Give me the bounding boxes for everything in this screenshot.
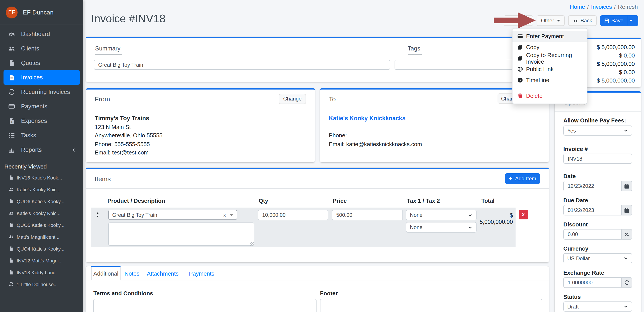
col-tax: Tax 1 / Tax 2 — [407, 197, 440, 204]
menu-item-enter-payment[interactable]: Enter Payment — [512, 31, 587, 42]
recent-item[interactable]: 1 Little Dollhouse... — [0, 278, 83, 290]
menu-item-delete[interactable]: Delete — [512, 90, 587, 101]
col-total: Total — [481, 197, 494, 204]
calendar-icon[interactable] — [622, 181, 632, 191]
dashboard-icon — [7, 31, 16, 37]
save-button[interactable]: Save — [600, 15, 638, 26]
summary-card: Summary Tags — [86, 37, 549, 82]
sidebar-item-label: Clients — [21, 45, 39, 52]
tasks-icon — [7, 132, 16, 139]
discount-input[interactable] — [563, 229, 622, 240]
due-date-label: Due Date — [563, 197, 638, 204]
sidebar-item-label: Quotes — [21, 60, 40, 66]
delete-item-button[interactable]: X — [518, 210, 528, 219]
sidebar-item-expenses[interactable]: Expenses — [4, 114, 80, 128]
tab-attachments[interactable]: Attachments — [147, 266, 179, 280]
exchange-rate-label: Exchange Rate — [563, 269, 638, 276]
breadcrumb-invoices-link[interactable]: Invoices — [591, 4, 612, 10]
clients-icon — [8, 187, 14, 192]
menu-item-copy[interactable]: Copy — [512, 42, 587, 53]
clock-icon — [517, 77, 523, 83]
menu-item-timeline[interactable]: TimeLine — [512, 75, 587, 86]
change-from-button[interactable]: Change — [279, 94, 306, 104]
clear-selection-icon[interactable]: x — [223, 212, 226, 217]
save-dropdown-toggle[interactable] — [627, 16, 634, 26]
pay-fees-label: Allow Online Pay Fees: — [563, 117, 638, 124]
client-link[interactable]: Katie's Kooky Knickknacks — [329, 114, 540, 123]
file-icon — [8, 258, 14, 263]
item-qty-input[interactable] — [258, 210, 328, 220]
menu-item-copy-to-recurring[interactable]: Copy to Recurring Invoice — [512, 53, 587, 64]
sidebar-item-recurring-invoices[interactable]: Recurring Invoices — [4, 85, 80, 99]
summary-input[interactable] — [94, 60, 390, 70]
action-dropdown-menu: Enter Payment Copy Copy to Recurring Inv… — [512, 28, 588, 104]
recent-item[interactable]: Matt's Magnificent... — [0, 231, 83, 243]
calendar-icon[interactable] — [622, 205, 632, 215]
recent-item[interactable]: Katie's Kooky Knic... — [0, 183, 83, 195]
back-button[interactable]: Back — [568, 15, 596, 26]
other-button[interactable]: Other — [536, 15, 565, 26]
percent-icon[interactable] — [622, 229, 632, 240]
recent-item[interactable]: INV18 Katie's Kook... — [0, 172, 83, 183]
clients-icon — [8, 234, 14, 239]
recent-item[interactable]: INV13 Kiddy Land — [0, 266, 83, 278]
plus-icon: + — [509, 176, 512, 182]
invoice-number-input[interactable] — [563, 154, 632, 164]
recent-item[interactable]: Katie's Kooky Knic... — [0, 207, 83, 219]
options-card: Options Allow Online Pay Fees: Yes Invoi… — [554, 91, 641, 312]
recent-item[interactable]: QUO4 Katie's Kooky... — [0, 243, 83, 254]
page-title: Invoice #INV18 — [91, 12, 166, 25]
from-email: Email: test@test.com — [95, 148, 306, 157]
breadcrumb-home-link[interactable]: Home — [570, 4, 585, 10]
caret-down-icon — [557, 20, 560, 22]
sidebar-item-clients[interactable]: Clients — [4, 41, 80, 56]
product-select[interactable]: Great Big Toy Train x — [108, 210, 237, 220]
discount-label: Discount — [563, 221, 638, 228]
trash-icon — [517, 93, 523, 99]
item-description-textarea[interactable] — [108, 222, 254, 246]
tax2-select[interactable]: None — [406, 222, 476, 233]
exchange-rate-input[interactable] — [563, 277, 622, 288]
sidebar-item-payments[interactable]: Payments — [4, 99, 80, 114]
currency-select[interactable]: US Dollar — [563, 253, 632, 263]
recent-item[interactable]: QUO6 Katie's Kooky... — [0, 195, 83, 207]
recurring-icon — [7, 89, 16, 95]
chart-icon — [7, 147, 16, 153]
due-date-input[interactable] — [563, 205, 622, 215]
date-input[interactable] — [563, 181, 622, 191]
sidebar-item-quotes[interactable]: Quotes — [4, 56, 80, 70]
status-select[interactable]: Draft — [563, 301, 632, 311]
tab-strip: Additional Notes Attachments Payments — [86, 266, 549, 280]
tab-additional[interactable]: Additional — [91, 266, 120, 280]
drag-handle-icon[interactable] — [95, 212, 100, 218]
menu-item-public-link[interactable]: Public Link — [512, 64, 587, 75]
pay-fees-select[interactable]: Yes — [563, 126, 632, 136]
credit-card-icon — [517, 33, 523, 39]
sidebar-item-label: Expenses — [21, 118, 47, 124]
tab-notes[interactable]: Notes — [124, 266, 140, 280]
tab-payments[interactable]: Payments — [189, 266, 214, 280]
file-icon — [8, 175, 14, 180]
footer-textarea[interactable] — [320, 299, 542, 312]
item-price-input[interactable] — [332, 210, 403, 220]
terms-textarea[interactable] — [94, 299, 316, 312]
recent-item[interactable]: INV12 Matt's Magni... — [0, 254, 83, 266]
add-item-button[interactable]: +Add Item — [505, 173, 540, 184]
summary-label: Summary — [95, 45, 122, 55]
menu-divider — [512, 88, 587, 88]
sidebar-item-reports[interactable]: Reports — [4, 143, 80, 157]
tax1-select[interactable]: None — [406, 210, 476, 220]
back-icon — [572, 18, 578, 24]
status-label: Status — [563, 293, 638, 300]
recent-item[interactable]: QUO5 Katie's Kooky... — [0, 219, 83, 231]
resize-handle[interactable] — [250, 242, 254, 246]
sidebar-item-label: Invoices — [21, 74, 43, 81]
brand[interactable]: EF EF Duncan — [0, 0, 83, 25]
caret-down-icon — [230, 214, 233, 216]
sidebar-item-invoices[interactable]: Invoices — [4, 70, 80, 85]
refresh-icon[interactable] — [622, 277, 632, 288]
items-title: Items — [95, 175, 111, 182]
sidebar-item-tasks[interactable]: Tasks — [4, 128, 80, 143]
credit-card-icon — [7, 103, 16, 110]
sidebar-item-dashboard[interactable]: Dashboard — [4, 27, 80, 41]
